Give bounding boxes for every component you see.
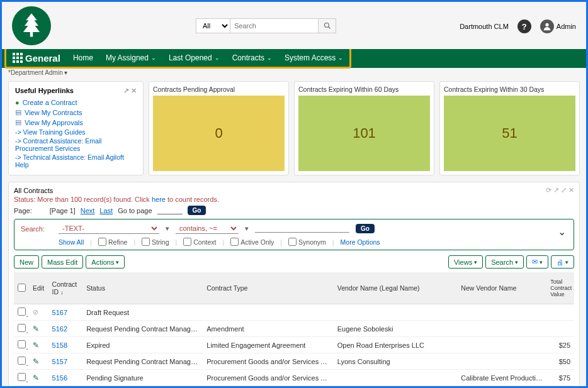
mass-edit-button[interactable]: Mass Edit	[42, 255, 83, 269]
metric-card[interactable]: Contracts Pending Approval0	[149, 81, 289, 175]
table-row: ✎5158ExpiredLimited Engagement Agreement…	[14, 337, 574, 353]
pager-last[interactable]: Last	[99, 207, 113, 214]
pager-next[interactable]: Next	[81, 207, 95, 214]
collapse-toggle[interactable]: ⌄	[558, 226, 566, 238]
row-checkbox[interactable]	[14, 353, 29, 370]
table-toolbar: New Mass Edit Actions Views Search ✉ 🖨	[14, 255, 574, 269]
row-new-vendor	[457, 321, 546, 337]
pine-tree-icon	[18, 12, 45, 40]
col-vendor-name[interactable]: Vendor Name (Legal Name)	[334, 272, 458, 304]
col-total-value[interactable]: Total Contract Value	[546, 272, 574, 304]
table-header-row: Edit Contract ID ↓ Status Contract Type …	[14, 272, 574, 304]
count-records-link[interactable]: here	[152, 196, 166, 203]
contract-id-link[interactable]: 5167	[48, 304, 83, 321]
edit-icon[interactable]: ✎	[33, 357, 39, 366]
metric-card[interactable]: Contracts Expiring Within 30 Days51	[439, 81, 580, 175]
row-value	[546, 304, 574, 321]
contract-id-link[interactable]: 5156	[48, 370, 83, 386]
help-button[interactable]: ?	[517, 19, 531, 33]
col-contract-type[interactable]: Contract Type	[203, 272, 333, 304]
link-view-contracts[interactable]: ▤View My Contracts	[15, 108, 137, 116]
search-go-button[interactable]: Go	[356, 224, 375, 233]
link-create-contract[interactable]: ●Create a Contract	[15, 99, 137, 106]
synonym-checkbox[interactable]: Synonym	[288, 238, 326, 246]
edit-icon[interactable]: ✎	[33, 374, 39, 382]
user-label: Admin	[557, 23, 576, 30]
edit-icon[interactable]: ✎	[33, 324, 39, 333]
nav-contracts[interactable]: Contracts⌄	[232, 53, 272, 62]
contract-id-link[interactable]: 5157	[48, 353, 83, 370]
active-only-checkbox[interactable]: Active Only	[230, 238, 274, 246]
col-select-all[interactable]	[14, 272, 29, 304]
goto-page-button[interactable]: Go	[188, 206, 206, 215]
link-training-guides[interactable]: -> View Training Guides	[15, 128, 137, 136]
string-checkbox[interactable]: String	[142, 238, 169, 246]
col-new-vendor[interactable]: New Vendor Name	[457, 272, 546, 304]
refine-checkbox[interactable]: Refine	[98, 238, 127, 246]
table-row: ✎5162Request Pending Contract Manager Re…	[14, 321, 574, 337]
record-count-status: Status: More than 100 record(s) found. C…	[14, 196, 574, 203]
search-value-input[interactable]	[255, 224, 349, 233]
goto-page-input[interactable]	[157, 206, 183, 214]
link-view-approvals[interactable]: ▤View My Approvals	[15, 118, 137, 126]
row-edit[interactable]: ⊘	[29, 304, 48, 321]
panel-controls[interactable]: ↗ ✕	[123, 87, 137, 95]
row-checkbox[interactable]	[14, 321, 29, 337]
search-operator-select[interactable]: contains, ~=	[176, 223, 239, 234]
row-value: $50	[546, 353, 574, 370]
edit-icon[interactable]: ✎	[33, 341, 39, 350]
contract-id-link[interactable]: 5162	[48, 321, 83, 337]
page-label: Page:	[14, 207, 32, 214]
context-checkbox[interactable]: Context	[183, 238, 216, 246]
row-status: Request Pending Contract Manager Review	[82, 321, 203, 337]
svg-point-2	[545, 23, 548, 26]
col-contract-id[interactable]: Contract ID ↓	[48, 272, 83, 304]
chevron-down-icon: ⌄	[151, 55, 156, 61]
row-checkbox[interactable]	[14, 337, 29, 353]
search-button[interactable]	[319, 18, 336, 33]
print-button[interactable]: 🖨	[551, 255, 574, 269]
search-button[interactable]: Search	[485, 255, 524, 269]
views-button[interactable]: Views	[448, 255, 483, 269]
row-type: Amendment	[203, 321, 333, 337]
email-button[interactable]: ✉	[526, 255, 548, 269]
row-type: Procurement Goods and/or Services Agreem…	[203, 353, 333, 370]
dashboard-content: Useful Hyperlinks ↗ ✕ ●Create a Contract…	[2, 77, 586, 179]
nav-home[interactable]: Home	[73, 53, 93, 62]
nav-last-opened[interactable]: Last Opened⌄	[169, 53, 220, 62]
nav-highlight-box: General Home My Assigned⌄ Last Opened⌄ C…	[4, 47, 351, 69]
search-scope-select[interactable]: All	[196, 18, 230, 33]
search-field-select[interactable]: -TEXT-	[59, 223, 159, 234]
useful-hyperlinks-panel: Useful Hyperlinks ↗ ✕ ●Create a Contract…	[8, 81, 144, 175]
nav-my-assigned[interactable]: My Assigned⌄	[106, 53, 156, 62]
row-edit[interactable]: ✎	[29, 353, 48, 370]
all-contracts-panel: All Contracts ⟳ ↗ ⤢ ✕ Status: More than …	[8, 182, 580, 388]
row-edit[interactable]: ✎	[29, 337, 48, 353]
actions-button[interactable]: Actions	[86, 255, 125, 269]
new-button[interactable]: New	[14, 255, 39, 269]
contract-id-link[interactable]: 5158	[48, 337, 83, 353]
metric-card[interactable]: Contracts Expiring Within 60 Days101	[294, 81, 434, 175]
breadcrumb[interactable]: *Department Admin ▾	[2, 68, 586, 77]
pager-top: Page: [Page 1] Next Last Go to page Go	[14, 206, 574, 215]
show-all-link[interactable]: Show All	[59, 238, 84, 246]
link-technical-assistance[interactable]: -> Technical Assistance: Email Agiloft H…	[15, 153, 137, 169]
panel-controls[interactable]: ⟳ ↗ ⤢ ✕	[546, 186, 574, 194]
dartmouth-logo	[12, 6, 51, 45]
user-menu[interactable]: Admin	[540, 19, 576, 33]
search-input[interactable]	[230, 18, 319, 33]
row-edit[interactable]: ✎	[29, 321, 48, 337]
row-edit[interactable]: ✎	[29, 370, 48, 386]
nav-system-access[interactable]: System Access⌄	[285, 53, 343, 62]
row-vendor	[334, 304, 458, 321]
nav-general[interactable]: General	[13, 53, 60, 64]
link-contract-assistance[interactable]: -> Contract Assistance: Email Procuremen…	[15, 137, 137, 152]
row-value: $25	[546, 337, 574, 353]
col-status[interactable]: Status	[82, 272, 203, 304]
top-right-controls: Dartmouth CLM ? Admin	[460, 19, 576, 33]
plus-icon: ●	[15, 99, 20, 106]
row-checkbox[interactable]	[14, 304, 29, 321]
row-checkbox[interactable]	[14, 370, 29, 386]
more-options-link[interactable]: More Options	[341, 238, 380, 246]
col-edit[interactable]: Edit	[29, 272, 48, 304]
